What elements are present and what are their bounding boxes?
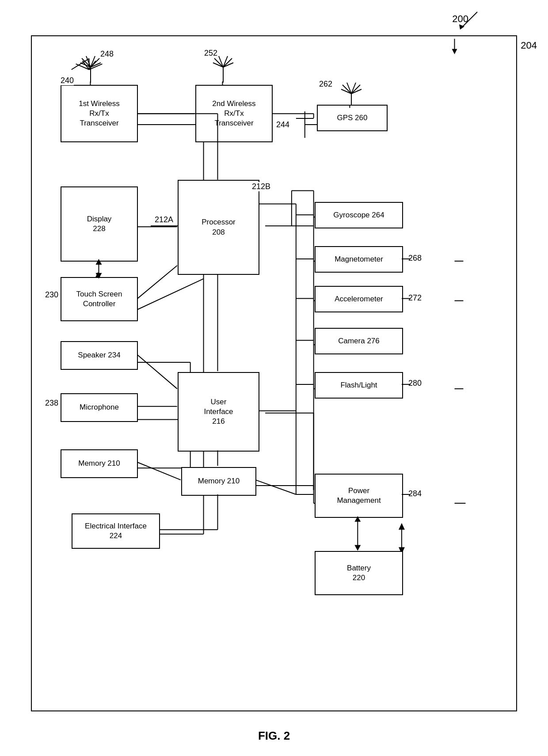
- battery-box: Battery220: [315, 551, 403, 595]
- memory-center-box: Memory 210: [181, 467, 256, 496]
- power-mgmt-box: PowerManagement: [315, 474, 403, 518]
- wireless1-box: 1st WirelessRx/TxTransceiver: [61, 85, 138, 142]
- wireless1-label: 1st WirelessRx/TxTransceiver: [79, 99, 120, 128]
- display-label: Display228: [87, 214, 112, 234]
- memory-left-box: Memory 210: [61, 449, 138, 478]
- svg-marker-46: [399, 523, 405, 530]
- user-interface-label: UserInterface216: [204, 397, 233, 426]
- ref-230: 230: [45, 290, 58, 300]
- touch-screen-label: Touch ScreenController: [76, 289, 122, 309]
- camera-label: Camera 276: [338, 336, 380, 346]
- ref-240: 240: [61, 76, 74, 85]
- microphone-box: Microphone: [61, 393, 138, 422]
- electrical-label: Electrical Interface224: [85, 521, 147, 541]
- processor-box: Processor208: [178, 180, 259, 275]
- accelerometer-label: Accelerometer: [335, 294, 383, 304]
- ref-252: 252: [204, 49, 217, 58]
- ref-280: 280: [408, 379, 422, 388]
- ref-212b: 212B: [252, 182, 270, 191]
- gyroscope-label: Gyroscope 264: [333, 210, 384, 220]
- svg-marker-70: [452, 49, 457, 54]
- label-204: 204: [521, 40, 537, 51]
- ref-262: 262: [319, 80, 332, 89]
- microphone-label: Microphone: [80, 403, 119, 412]
- svg-line-15: [137, 279, 203, 310]
- svg-marker-101: [354, 545, 361, 551]
- ref-244: 244: [276, 120, 289, 129]
- ref-212a: 212A: [155, 215, 173, 224]
- memory-center-label: Memory 210: [198, 476, 240, 486]
- gps-label: GPS 260: [337, 113, 368, 123]
- power-mgmt-label: PowerManagement: [337, 486, 381, 505]
- ref-284: 284: [408, 489, 422, 498]
- flash-label: Flash/Light: [340, 380, 377, 390]
- flash-box: Flash/Light: [315, 372, 403, 399]
- ref-248: 248: [100, 49, 114, 59]
- gps-box: GPS 260: [317, 105, 388, 131]
- user-interface-box: UserInterface216: [178, 372, 259, 452]
- wireless2-label: 2nd WirelessRx/TxTransceiver: [212, 99, 255, 128]
- accelerometer-box: Accelerometer: [315, 286, 403, 312]
- magnetometer-box: Magnetometer: [315, 246, 403, 273]
- ref-272: 272: [408, 293, 422, 303]
- battery-label: Battery220: [347, 563, 371, 583]
- svg-line-83: [137, 266, 177, 299]
- ref-238: 238: [45, 399, 58, 408]
- fig-caption: FIG. 2: [258, 729, 290, 743]
- gyroscope-box: Gyroscope 264: [315, 202, 403, 228]
- top-ref-200: 200: [452, 13, 468, 25]
- magnetometer-label: Magnetometer: [335, 255, 383, 264]
- speaker-label: Speaker 234: [78, 350, 120, 360]
- svg-line-98: [255, 480, 296, 494]
- ref-268: 268: [408, 254, 422, 263]
- outer-diagram-box: 248 252: [31, 35, 517, 711]
- page-container: 200: [0, 0, 548, 756]
- svg-line-84: [137, 355, 177, 389]
- electrical-box: Electrical Interface224: [72, 513, 160, 549]
- processor-label: Processor208: [202, 217, 236, 237]
- antenna-248: [80, 49, 102, 85]
- display-box: Display228: [61, 186, 138, 262]
- touch-screen-box: Touch ScreenController: [61, 277, 138, 321]
- svg-marker-110: [459, 24, 464, 30]
- wireless2-box: 2nd WirelessRx/TxTransceiver: [195, 85, 273, 142]
- camera-box: Camera 276: [315, 328, 403, 354]
- speaker-box: Speaker 234: [61, 341, 138, 370]
- memory-left-label: Memory 210: [78, 459, 120, 468]
- svg-line-86: [137, 462, 181, 480]
